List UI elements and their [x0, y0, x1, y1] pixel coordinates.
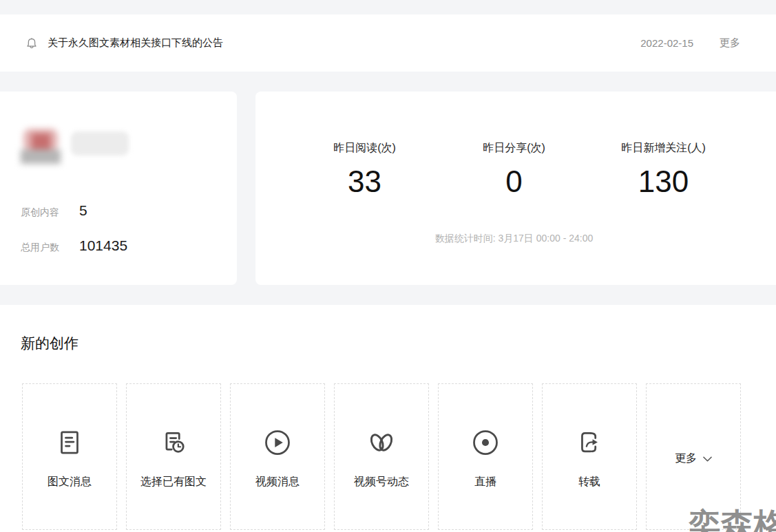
stat-new-followers-label: 昨日新增关注(人) [589, 141, 738, 156]
total-users-value: 101435 [79, 237, 127, 254]
creation-cards-row: 图文消息 选择已有图文 视频消息 [22, 383, 741, 530]
channels-icon [366, 427, 397, 458]
choose-existing-article-card[interactable]: 选择已有图文 [126, 383, 221, 530]
total-users-row: 总用户数 101435 [21, 237, 127, 254]
stat-reads: 昨日阅读(次) 33 [290, 141, 439, 198]
announcement-date: 2022-02-15 [640, 37, 693, 49]
video-play-icon [262, 427, 293, 458]
announcement-link[interactable]: 关于永久图文素材相关接口下线的公告 [48, 36, 223, 50]
stat-new-followers: 昨日新增关注(人) 130 [589, 141, 738, 198]
live-icon [470, 427, 501, 458]
stat-reads-label: 昨日阅读(次) [290, 141, 439, 156]
creation-card-label: 图文消息 [48, 475, 92, 489]
article-clock-icon [158, 427, 189, 458]
creation-card-label: 视频号动态 [354, 475, 409, 489]
original-content-value: 5 [79, 202, 87, 219]
section-title: 新的创作 [21, 334, 78, 353]
stat-reads-value: 33 [290, 165, 439, 198]
avatar [21, 125, 61, 165]
original-content-row: 原创内容 5 [21, 202, 87, 219]
creation-card-label: 选择已有图文 [140, 475, 207, 489]
repost-card[interactable]: 转载 [542, 383, 637, 530]
account-card: 原创内容 5 总用户数 101435 [0, 92, 237, 285]
yesterday-stats-card: 昨日阅读(次) 33 昨日分享(次) 0 昨日新增关注(人) 130 数据统计时… [255, 92, 776, 285]
account-name-blurred [71, 131, 129, 156]
create-article-card[interactable]: 图文消息 [22, 383, 117, 530]
stat-shares-value: 0 [439, 165, 589, 198]
stat-shares-label: 昨日分享(次) [439, 141, 589, 156]
channels-post-card[interactable]: 视频号动态 [334, 383, 429, 530]
creation-card-label: 直播 [474, 475, 496, 489]
repost-icon [574, 427, 605, 458]
chevron-down-icon [703, 456, 712, 462]
original-content-label: 原创内容 [21, 206, 79, 219]
stats-time-note: 数据统计时间: 3月17日 00:00 - 24:00 [290, 233, 738, 245]
stat-new-followers-value: 130 [589, 165, 738, 198]
new-creation-section: 新的创作 图文消息 [0, 305, 776, 532]
creation-card-label: 转载 [578, 475, 600, 489]
live-stream-card[interactable]: 直播 [438, 383, 533, 530]
total-users-label: 总用户数 [21, 242, 79, 254]
create-video-card[interactable]: 视频消息 [230, 383, 325, 530]
creation-card-label: 视频消息 [255, 475, 300, 489]
creation-more-label: 更多 [675, 451, 697, 466]
announcement-more-link[interactable]: 更多 [720, 36, 740, 50]
watermark-logo: 奕森格 [689, 509, 776, 532]
stat-shares: 昨日分享(次) 0 [439, 141, 589, 198]
announcement-bar: 关于永久图文素材相关接口下线的公告 2022-02-15 更多 [0, 14, 776, 72]
article-icon [54, 427, 85, 458]
bell-icon [25, 36, 39, 51]
